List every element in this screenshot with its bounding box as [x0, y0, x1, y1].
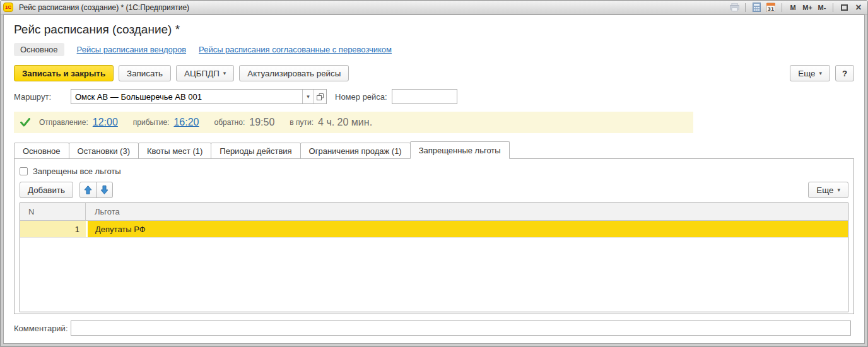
benefits-toolbar: Добавить Еще▾: [20, 182, 848, 198]
route-input[interactable]: [71, 90, 302, 103]
ban-all-benefits-row: Запрещены все льготы: [20, 165, 848, 177]
flight-number-label: Номер рейса:: [335, 92, 387, 102]
table-header: N Льгота: [20, 203, 848, 221]
detail-tabstrip: Основное Остановки (3) Квоты мест (1) Пе…: [14, 141, 854, 158]
comment-row: Комментарий:: [14, 321, 854, 336]
move-up-button[interactable]: [79, 182, 97, 198]
chevron-down-icon: ▾: [819, 70, 822, 76]
nav-link-carrier-approved-trips[interactable]: Рейсы расписания согласованные с перевоз…: [199, 45, 392, 54]
titlebar-separator: [745, 3, 746, 12]
tab-stops[interactable]: Остановки (3): [69, 143, 139, 159]
form-body: Рейс расписания (создание) * Основное Ре…: [3, 15, 865, 344]
chevron-down-icon: ▾: [307, 93, 310, 100]
print-icon[interactable]: [729, 3, 739, 13]
more-button[interactable]: Еще▾: [790, 65, 830, 81]
tab-seat-quotas[interactable]: Квоты мест (1): [138, 143, 211, 159]
comment-input[interactable]: [71, 321, 851, 336]
comment-label: Комментарий:: [14, 324, 71, 333]
departure-label: Отправление:: [39, 118, 88, 127]
arrow-down-icon: [100, 185, 108, 194]
nav-item-main[interactable]: Основное: [14, 43, 64, 56]
memory-plus-button[interactable]: M+: [802, 3, 812, 13]
memory-button[interactable]: M: [788, 3, 798, 13]
command-bar: Записать и закрыть Записать АЦБПДП▾ Акту…: [14, 65, 854, 81]
arrival-label: прибытие:: [133, 118, 170, 127]
titlebar-separator: [833, 3, 833, 12]
arrow-up-icon: [84, 185, 92, 194]
more-label: Еще: [798, 69, 815, 78]
save-button[interactable]: Записать: [119, 65, 171, 81]
table-row[interactable]: 1 Депутаты РФ: [20, 221, 848, 238]
table-more-button[interactable]: Еще▾: [808, 182, 848, 198]
ban-all-benefits-label: Запрещены все льготы: [33, 167, 121, 176]
schedule-info-bar: Отправление: 12:00 прибытие: 16:20 обрат…: [14, 112, 693, 133]
tab-main[interactable]: Основное: [14, 143, 69, 159]
help-button[interactable]: ?: [835, 65, 854, 81]
page-title: Рейс расписания (создание) *: [14, 21, 854, 38]
duration-label: в пути:: [290, 118, 314, 127]
benefit-cell: Депутаты РФ: [86, 221, 848, 237]
arrival-time-link[interactable]: 16:20: [173, 117, 199, 128]
return-time-value: 19:50: [249, 117, 274, 128]
return-label: обратно:: [214, 118, 245, 127]
breadcrumb-nav: Основное Рейсы расписания вендоров Рейсы…: [14, 42, 854, 57]
app-window: 1С Рейс расписания (создание) * (1С:Пред…: [0, 0, 868, 347]
route-combobox: ▾: [71, 89, 327, 104]
ban-all-benefits-checkbox[interactable]: [20, 167, 28, 175]
titlebar: 1С Рейс расписания (создание) * (1С:Пред…: [1, 1, 867, 15]
flight-number-input[interactable]: [392, 89, 457, 104]
departure-time-link[interactable]: 12:00: [93, 117, 118, 128]
titlebar-separator: [782, 3, 782, 12]
window-title: Рейс расписания (создание) * (1С:Предпри…: [19, 3, 729, 12]
chevron-down-icon: ▾: [837, 187, 840, 193]
acbpdp-label: АЦБПДП: [184, 69, 220, 78]
chevron-down-icon: ▾: [223, 70, 226, 76]
tab-banned-benefits[interactable]: Запрещенные льготы: [410, 141, 510, 159]
save-and-close-button[interactable]: Записать и закрыть: [14, 65, 114, 81]
tab-sales-restrictions[interactable]: Ограничения продаж (1): [300, 143, 411, 159]
route-open-button[interactable]: [314, 90, 326, 103]
route-dropdown-button[interactable]: ▾: [302, 90, 314, 103]
checkmark-icon: [20, 118, 30, 127]
more-label: Еще: [816, 185, 833, 195]
1c-logo-icon: 1С: [3, 3, 13, 12]
tab-validity-periods[interactable]: Периоды действия: [211, 143, 300, 159]
row-number-cell: 1: [20, 221, 86, 237]
nav-link-vendor-trips[interactable]: Рейсы расписания вендоров: [77, 45, 186, 54]
maximize-button[interactable]: [839, 3, 849, 13]
calendar-icon[interactable]: 31: [766, 3, 776, 13]
column-header-benefit[interactable]: Льгота: [86, 203, 848, 220]
memory-minus-button[interactable]: M-: [817, 3, 827, 13]
calculator-icon[interactable]: [751, 3, 761, 13]
route-label: Маршрут:: [14, 92, 71, 102]
add-button[interactable]: Добавить: [20, 182, 73, 198]
actualize-trips-button[interactable]: Актуализировать рейсы: [239, 65, 349, 81]
route-form-row: Маршрут: ▾ Номер рейса:: [14, 89, 854, 104]
column-header-n[interactable]: N: [20, 203, 86, 220]
close-button[interactable]: ×: [853, 3, 864, 13]
banned-benefits-panel: Запрещены все льготы Добавить Еще▾ N: [14, 158, 854, 314]
benefits-table: N Льгота 1 Депутаты РФ: [20, 203, 848, 312]
move-down-button[interactable]: [96, 182, 113, 198]
acbpdp-menu-button[interactable]: АЦБПДП▾: [176, 65, 234, 81]
open-form-icon: [317, 93, 324, 100]
duration-value: 4 ч. 20 мин.: [318, 117, 372, 128]
svg-text:31: 31: [768, 6, 774, 12]
